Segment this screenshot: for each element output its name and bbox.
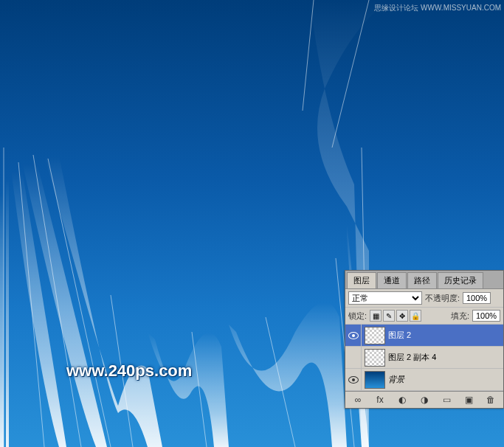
- tab-channels[interactable]: 通道: [377, 272, 407, 288]
- fill-input[interactable]: [472, 310, 500, 322]
- visibility-toggle[interactable]: [345, 325, 362, 346]
- layer-list: 图层 2 图层 2 副本 4 背景: [345, 325, 503, 391]
- watermark-top: 思缘设计论坛 WWW.MISSYUAN.COM: [374, 3, 501, 13]
- layer-row[interactable]: 图层 2: [345, 325, 503, 347]
- svg-line-11: [303, 0, 314, 111]
- svg-rect-0: [0, 192, 4, 447]
- visibility-toggle[interactable]: [345, 347, 362, 368]
- mask-icon[interactable]: ◐: [396, 395, 409, 405]
- blend-mode-select[interactable]: 正常: [348, 291, 422, 305]
- lock-transparency-icon[interactable]: ▦: [370, 310, 382, 322]
- new-layer-icon[interactable]: ▣: [462, 395, 475, 405]
- layer-name[interactable]: 图层 2: [388, 330, 503, 341]
- panel-tabs: 图层 通道 路径 历史记录: [345, 271, 503, 289]
- lock-brush-icon[interactable]: ✎: [383, 310, 395, 322]
- adjustment-icon[interactable]: ◑: [418, 395, 431, 405]
- visibility-toggle[interactable]: [345, 369, 362, 390]
- svg-rect-1: [6, 177, 9, 447]
- panel-footer: ∞ fx ◐ ◑ ▭ ▣ 🗑: [345, 391, 503, 408]
- layer-thumbnail[interactable]: [365, 327, 385, 344]
- layer-row[interactable]: 背景: [345, 369, 503, 391]
- lock-icons: ▦ ✎ ✥ 🔒: [370, 310, 421, 322]
- link-layers-icon[interactable]: ∞: [351, 395, 365, 405]
- lock-all-icon[interactable]: 🔒: [410, 310, 421, 322]
- layer-name[interactable]: 图层 2 副本 4: [388, 352, 503, 363]
- lock-move-icon[interactable]: ✥: [396, 310, 408, 322]
- tab-paths[interactable]: 路径: [407, 272, 437, 288]
- lock-label: 锁定:: [348, 311, 367, 322]
- layer-thumbnail[interactable]: [365, 349, 385, 367]
- opacity-label: 不透明度:: [425, 293, 460, 304]
- layer-name[interactable]: 背景: [388, 374, 503, 385]
- folder-icon[interactable]: ▭: [440, 395, 453, 405]
- fill-label: 填充:: [451, 311, 469, 322]
- lock-fill-row: 锁定: ▦ ✎ ✥ 🔒 填充:: [345, 308, 503, 325]
- eye-icon: [348, 376, 359, 384]
- opacity-input[interactable]: [463, 292, 491, 304]
- eye-icon: [348, 332, 359, 339]
- delete-icon[interactable]: 🗑: [484, 395, 497, 405]
- blend-opacity-row: 正常 不透明度:: [345, 289, 503, 308]
- fx-icon[interactable]: fx: [373, 395, 387, 405]
- watermark-url: www.240ps.com: [66, 361, 192, 381]
- layer-row[interactable]: 图层 2 副本 4: [345, 347, 503, 369]
- tab-history[interactable]: 历史记录: [438, 272, 483, 288]
- tab-layers[interactable]: 图层: [347, 272, 376, 288]
- layer-thumbnail[interactable]: [365, 371, 385, 389]
- layers-panel: 图层 通道 路径 历史记录 正常 不透明度: 锁定: ▦ ✎ ✥ 🔒 填充: 图…: [345, 270, 504, 409]
